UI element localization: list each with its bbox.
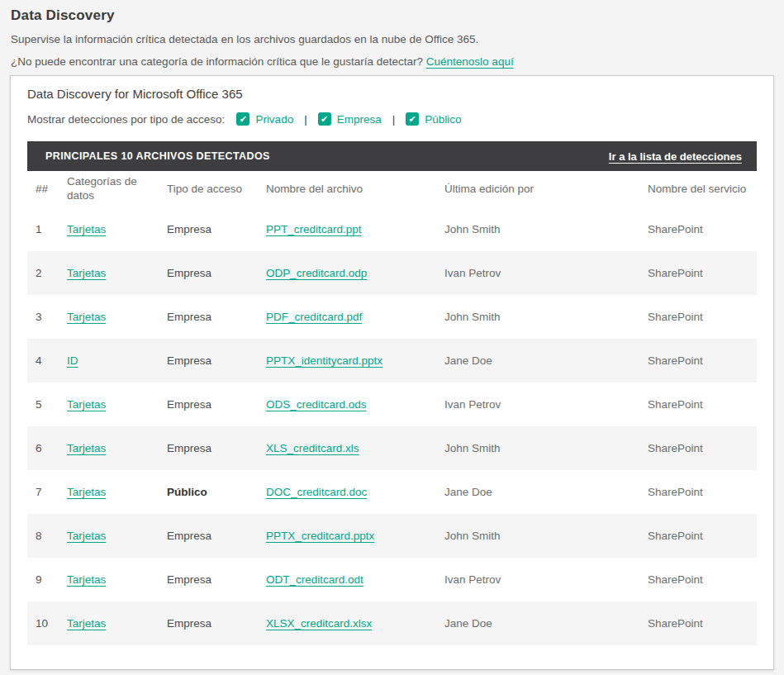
service-name-cell: SharePoint [639, 251, 757, 295]
last-editor-cell: Ivan Petrov [436, 383, 639, 426]
row-number-cell: 2 [27, 251, 59, 295]
last-editor-cell: Ivan Petrov [436, 558, 639, 601]
category-link[interactable]: Tarjetas [67, 442, 106, 454]
filter-caption: Mostrar detecciones por tipo de acceso: [27, 113, 225, 126]
filename-link[interactable]: PDF_creditcard.pdf [266, 311, 362, 323]
access-filter-público[interactable]: ✔Público [406, 112, 461, 126]
col-header-filename: Nombre del archivo [258, 171, 436, 207]
table-row: 7TarjetasPúblicoDOC_creditcard.docJane D… [27, 470, 757, 514]
row-number-cell: 6 [27, 426, 59, 470]
category-link[interactable]: ID [67, 354, 78, 367]
filename-link[interactable]: PPT_creditcard.ppt [266, 223, 362, 235]
service-name-cell: SharePoint [639, 426, 757, 470]
category-cell: Tarjetas [59, 207, 159, 251]
table-header-row: ## Categorías de datos Tipo de acceso No… [27, 171, 757, 207]
filename-link[interactable]: XLS_creditcard.xls [266, 442, 359, 454]
col-header-number: ## [27, 171, 59, 207]
category-link[interactable]: Tarjetas [67, 486, 106, 498]
category-link[interactable]: Tarjetas [67, 223, 106, 235]
access-type-cell: Empresa [159, 207, 258, 251]
filter-separator: | [392, 113, 396, 126]
category-link[interactable]: Tarjetas [67, 573, 106, 586]
filename-link[interactable]: XLSX_creditcard.xlsx [266, 617, 372, 630]
table-row: 8TarjetasEmpresaPPTX_creditcard.pptxJohn… [27, 514, 757, 558]
table-row: 4IDEmpresaPPTX_identitycard.pptxJane Doe… [27, 339, 757, 383]
filename-cell: PPTX_creditcard.pptx [258, 514, 436, 558]
access-filter-row: Mostrar detecciones por tipo de acceso: … [27, 112, 757, 126]
last-editor-cell: Jane Doe [436, 470, 639, 514]
filename-link[interactable]: ODT_creditcard.odt [266, 573, 363, 586]
row-number-cell: 9 [27, 558, 59, 601]
category-cell: Tarjetas [59, 383, 159, 426]
category-cell: Tarjetas [59, 426, 159, 470]
row-number-cell: 1 [27, 207, 59, 251]
service-name-cell: SharePoint [639, 514, 757, 558]
row-number-cell: 10 [27, 601, 59, 645]
last-editor-cell: Jane Doe [436, 601, 639, 645]
category-link[interactable]: Tarjetas [67, 530, 106, 542]
filename-cell: PPTX_identitycard.pptx [258, 339, 436, 383]
category-link[interactable]: Tarjetas [67, 267, 106, 279]
checkbox-checked-icon[interactable]: ✔ [406, 112, 419, 126]
row-number-cell: 7 [27, 470, 59, 514]
filename-link[interactable]: ODP_creditcard.odp [266, 267, 367, 279]
card-title: Data Discovery for Microsoft Office 365 [27, 87, 757, 101]
category-cell: Tarjetas [59, 295, 159, 339]
checkbox-checked-icon[interactable]: ✔ [318, 112, 331, 126]
access-filter-empresa[interactable]: ✔Empresa [318, 112, 382, 126]
col-header-category: Categorías de datos [59, 171, 159, 207]
category-link[interactable]: Tarjetas [67, 398, 106, 411]
filename-link[interactable]: PPTX_identitycard.pptx [266, 354, 382, 367]
access-filter-privado[interactable]: ✔Privado [236, 112, 293, 126]
category-cell: Tarjetas [59, 251, 159, 295]
filename-link[interactable]: DOC_creditcard.doc [266, 486, 367, 498]
col-header-editor: Última edición por [436, 171, 639, 207]
filename-link[interactable]: ODS_creditcard.ods [266, 398, 367, 411]
table-row: 3TarjetasEmpresaPDF_creditcard.pdfJohn S… [27, 295, 757, 339]
page-subtitle: Supervise la información crítica detecta… [11, 31, 773, 48]
category-link[interactable]: Tarjetas [67, 311, 106, 323]
row-number-cell: 5 [27, 383, 59, 426]
last-editor-cell: John Smith [436, 207, 639, 251]
col-header-access: Tipo de acceso [159, 171, 258, 207]
category-cell: Tarjetas [59, 558, 159, 601]
filename-cell: PPT_creditcard.ppt [258, 207, 436, 251]
access-type-cell: Empresa [159, 295, 258, 339]
service-name-cell: SharePoint [639, 470, 757, 514]
tell-us-link[interactable]: Cuéntenoslo aquí [426, 55, 514, 68]
table-header-bar: PRINCIPALES 10 ARCHIVOS DETECTADOS Ir a … [27, 141, 757, 171]
table-row: 5TarjetasEmpresaODS_creditcard.odsIvan P… [27, 383, 757, 426]
last-editor-cell: John Smith [436, 295, 639, 339]
detections-list-link[interactable]: Ir a la lista de detecciones [609, 150, 742, 163]
service-name-cell: SharePoint [639, 207, 757, 251]
filename-cell: ODP_creditcard.odp [258, 251, 436, 295]
filename-cell: DOC_creditcard.doc [258, 470, 436, 514]
access-type-cell: Público [159, 470, 258, 514]
last-editor-cell: John Smith [436, 426, 639, 470]
access-type-cell: Empresa [159, 251, 258, 295]
question-text: ¿No puede encontrar una categoría de inf… [11, 55, 423, 68]
table-row: 1TarjetasEmpresaPPT_creditcard.pptJohn S… [27, 207, 757, 251]
service-name-cell: SharePoint [639, 295, 757, 339]
row-number-cell: 4 [27, 339, 59, 383]
last-editor-cell: Jane Doe [436, 339, 639, 383]
filename-cell: ODS_creditcard.ods [258, 383, 436, 426]
table-row: 2TarjetasEmpresaODP_creditcard.odpIvan P… [27, 251, 757, 295]
filter-label: Empresa [337, 113, 382, 126]
service-name-cell: SharePoint [639, 601, 757, 645]
access-type-cell: Empresa [159, 426, 258, 470]
table-row: 6TarjetasEmpresaXLS_creditcard.xlsJohn S… [27, 426, 757, 470]
last-editor-cell: John Smith [436, 514, 639, 558]
access-type-cell: Empresa [159, 339, 258, 383]
filter-label: Público [425, 113, 461, 126]
category-link[interactable]: Tarjetas [67, 617, 106, 630]
checkbox-checked-icon[interactable]: ✔ [236, 112, 249, 126]
access-type-cell: Empresa [159, 514, 258, 558]
filter-separator: | [304, 113, 307, 126]
access-type-cell: Empresa [159, 383, 258, 426]
service-name-cell: SharePoint [639, 558, 757, 601]
filter-label: Privado [255, 113, 293, 126]
category-cell: Tarjetas [59, 601, 159, 645]
data-discovery-card: Data Discovery for Microsoft Office 365 … [10, 75, 774, 670]
filename-link[interactable]: PPTX_creditcard.pptx [266, 530, 374, 542]
